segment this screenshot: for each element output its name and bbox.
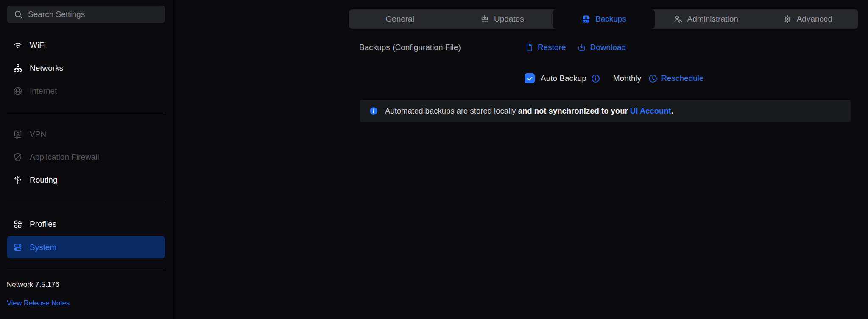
banner-text: Automated backups are stored locally and… <box>385 106 673 116</box>
clock-icon <box>648 74 658 83</box>
routing-icon <box>13 175 23 185</box>
download-icon <box>577 43 586 52</box>
app-root: Search Settings WiFi Networks <box>0 0 868 319</box>
auto-backup-label: Auto Backup <box>541 74 586 83</box>
wifi-icon <box>13 40 23 50</box>
backup-frequency-value: Monthly <box>613 74 642 83</box>
backups-config-row: Backups (Configuration File) Restore Dow… <box>359 41 851 54</box>
tab-updates[interactable]: Updates <box>451 9 553 29</box>
banner-text-suffix: . <box>671 106 673 115</box>
reschedule-button[interactable]: Reschedule <box>648 74 703 83</box>
vpn-icon <box>13 129 23 139</box>
sidebar-item-routing[interactable]: Routing <box>7 169 165 191</box>
sidebar-item-label: VPN <box>30 130 46 139</box>
view-release-notes-link[interactable]: View Release Notes <box>7 299 70 307</box>
search-placeholder: Search Settings <box>28 10 85 19</box>
download-button[interactable]: Download <box>577 43 626 52</box>
sidebar-divider <box>7 269 165 269</box>
tab-label: General <box>385 14 414 24</box>
globe-icon <box>13 86 23 96</box>
sidebar-item-label: Profiles <box>30 219 56 229</box>
sidebar-item-label: Internet <box>30 86 57 96</box>
restore-label: Restore <box>538 43 566 52</box>
sidebar-item-label: Application Firewall <box>30 153 99 162</box>
sidebar-divider <box>7 203 165 203</box>
sidebar-item-wifi[interactable]: WiFi <box>7 34 165 57</box>
sidebar-item-label: System <box>30 243 56 252</box>
tab-label: Advanced <box>797 14 833 24</box>
gear-icon <box>782 14 793 24</box>
banner-text-regular: Automated backups are stored locally <box>385 106 516 115</box>
tab-backups[interactable]: Backups <box>553 9 654 29</box>
admin-user-gear-icon <box>673 14 683 24</box>
tab-administration[interactable]: Administration <box>655 9 756 29</box>
banner-text-bold: and not synchronized to your <box>516 106 630 115</box>
sidebar-item-vpn[interactable]: VPN <box>7 123 165 146</box>
sidebar-item-application-firewall[interactable]: Application Firewall <box>7 146 165 169</box>
settings-tabbar: General Updates Backups <box>349 9 858 29</box>
app-version: Network 7.5.176 <box>7 280 59 289</box>
sidebar-divider <box>7 113 165 113</box>
restore-button[interactable]: Restore <box>525 43 566 52</box>
download-label: Download <box>590 43 626 52</box>
firewall-shield-icon <box>13 152 23 162</box>
check-icon <box>526 75 533 82</box>
sidebar-item-internet[interactable]: Internet <box>7 80 165 103</box>
tab-advanced[interactable]: Advanced <box>756 9 858 29</box>
search-input[interactable]: Search Settings <box>7 6 165 23</box>
sidebar-item-networks[interactable]: Networks <box>7 57 165 80</box>
info-filled-icon <box>369 106 378 116</box>
sidebar-item-label: Routing <box>30 175 58 185</box>
auto-backup-checkbox[interactable] <box>525 73 535 83</box>
tab-general[interactable]: General <box>349 9 451 29</box>
sidebar-item-label: WiFi <box>30 41 46 50</box>
auto-backup-info-icon[interactable] <box>591 74 600 83</box>
ui-account-link[interactable]: UI Account <box>630 106 671 115</box>
backups-config-label: Backups (Configuration File) <box>359 43 525 52</box>
sidebar-item-system[interactable]: System <box>7 236 165 258</box>
updates-icon <box>480 14 490 24</box>
sidebar-item-label: Networks <box>30 64 63 73</box>
networks-icon <box>13 63 23 73</box>
search-icon <box>14 10 23 19</box>
reschedule-label: Reschedule <box>661 74 703 83</box>
backup-drive-icon <box>581 14 591 24</box>
tab-label: Updates <box>494 14 524 24</box>
profiles-shapes-icon <box>13 219 23 229</box>
info-banner: Automated backups are stored locally and… <box>360 100 851 122</box>
sidebar-item-profiles[interactable]: Profiles <box>7 213 165 236</box>
auto-backup-row: Auto Backup Monthly Reschedule <box>525 72 704 84</box>
system-toggles-icon <box>13 242 23 252</box>
tab-label: Backups <box>595 14 626 24</box>
backup-actions: Restore Download <box>525 43 626 52</box>
file-icon <box>525 43 534 52</box>
tab-label: Administration <box>687 14 738 24</box>
sidebar: Search Settings WiFi Networks <box>0 0 176 319</box>
